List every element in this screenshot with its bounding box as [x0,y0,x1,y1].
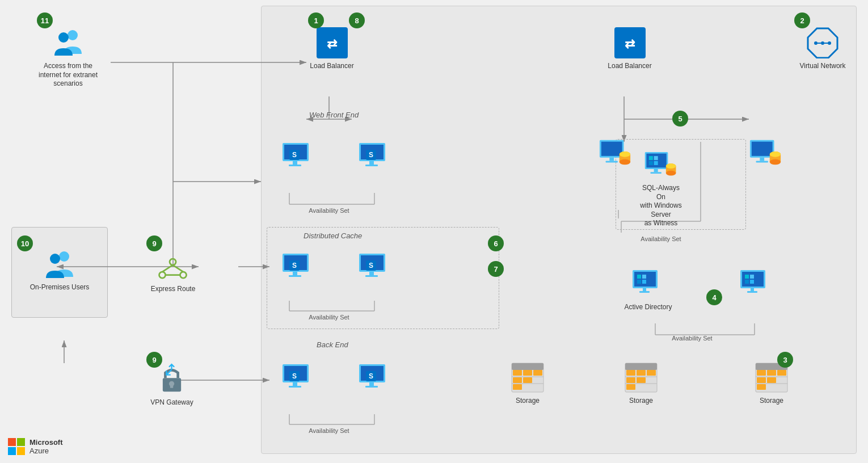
svg-text:S: S [292,151,297,159]
svg-rect-132 [533,377,542,383]
svg-rect-64 [289,386,301,388]
sql-server-center-icon [644,148,678,182]
svg-rect-70 [365,386,378,388]
svg-point-74 [828,41,831,45]
svg-rect-121 [751,288,754,291]
cache-server-2-block: S [355,250,394,284]
distributed-cache-label: Distributed Cache [304,232,362,240]
badge-1: 1 [308,12,324,28]
storage-1-block: Storage [505,360,550,405]
svg-rect-133 [513,384,522,390]
internet-access-block: Access from theinternet for extranetscen… [26,26,111,89]
ms-logo-blue [8,447,16,455]
backend-server-1-icon: S [281,360,315,394]
svg-rect-114 [639,291,650,293]
load-balancer-1-block: ⇄ Load Balancer [309,26,355,70]
svg-point-162 [59,251,69,262]
svg-rect-129 [533,370,542,376]
ms-logo-green [17,438,25,446]
svg-rect-119 [745,280,749,284]
svg-rect-153 [757,370,766,376]
users-icon [51,26,85,60]
load-balancer-2-label: Load Balancer [608,62,651,70]
svg-rect-144 [637,377,646,383]
svg-rect-57 [369,272,374,275]
virtual-network-block: Virtual Network [794,26,851,70]
svg-rect-148 [647,384,656,390]
ms-azure-text: MicrosoftAzure [30,438,63,455]
express-route-label: Express Route [151,285,196,293]
express-route-icon [156,249,190,283]
badge-5: 5 [672,111,688,127]
svg-rect-156 [757,377,766,383]
load-balancer-1-icon: ⇄ [315,26,349,60]
svg-rect-92 [654,161,658,165]
svg-point-104 [770,151,781,157]
svg-rect-142 [647,370,656,376]
virtual-network-label: Virtual Network [799,62,845,70]
svg-rect-90 [654,156,658,160]
svg-rect-120 [750,280,754,284]
svg-point-32 [58,32,69,43]
svg-rect-161 [777,384,786,390]
svg-rect-89 [649,156,653,160]
load-balancer-2-icon: ⇄ [613,26,647,60]
svg-rect-52 [289,275,301,277]
ms-azure-logo: MicrosoftAzure [8,438,63,455]
svg-rect-45 [369,161,374,165]
svg-line-167 [162,265,172,272]
svg-rect-100 [752,142,773,156]
svg-rect-116 [742,272,764,287]
web-front-end-label: Web Front End [309,111,359,119]
backend-server-2-block: S [355,360,394,394]
cache-server-1-block: S [278,250,318,284]
on-premises-users-label: On-Premises Users [30,283,90,291]
storage-2-icon [624,360,658,394]
availability-set-label-1: Availability Set [301,207,357,214]
svg-rect-122 [747,291,757,293]
svg-rect-113 [643,288,646,291]
svg-rect-86 [606,161,618,163]
web-server-2-icon: S [357,139,391,173]
sql-server-right-icon [749,136,783,170]
ms-logo-grid [8,438,25,455]
active-directory-label: Active Directory [624,303,672,311]
svg-rect-69 [369,382,374,386]
sql-server-left-icon [599,136,633,170]
svg-rect-154 [767,370,776,376]
load-balancer-1-label: Load Balancer [310,62,353,70]
svg-rect-112 [642,280,646,284]
cache-server-1-icon: S [281,250,315,284]
vpn-gateway-icon [155,362,189,396]
badge-8: 8 [349,12,365,28]
svg-point-73 [814,41,818,45]
web-server-1-icon: S [281,139,315,173]
internet-access-label: Access from theinternet for extranetscen… [39,62,98,89]
svg-text:S: S [292,372,297,380]
svg-rect-108 [634,272,656,287]
on-premises-users-icon [43,247,77,281]
ad-left-block: Active Directory [627,267,669,311]
svg-rect-105 [760,158,764,161]
sql-server-right-block [746,136,786,170]
svg-rect-85 [609,158,614,161]
svg-rect-141 [637,370,646,376]
svg-rect-98 [650,172,661,174]
load-balancer-2-block: ⇄ Load Balancer [607,26,652,70]
badge-4: 4 [706,289,722,305]
svg-rect-158 [777,377,786,383]
virtual-network-icon [806,26,840,60]
svg-rect-63 [293,382,297,386]
availability-set-label-3: Availability Set [301,427,357,434]
svg-rect-135 [533,384,542,390]
svg-rect-111 [637,280,641,284]
badge-9b: 9 [146,352,162,368]
svg-point-72 [821,41,824,45]
svg-point-96 [666,163,676,169]
badge-11: 11 [37,12,53,28]
svg-rect-40 [289,165,301,166]
svg-rect-106 [756,161,768,163]
availability-set-sql-label: Availability Set [624,235,698,242]
svg-rect-117 [745,275,749,279]
web-server-1-block: S [278,139,318,173]
